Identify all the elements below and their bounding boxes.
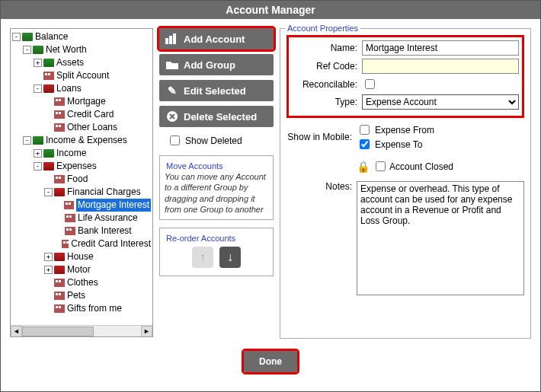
tree-item-balance[interactable]: Balance — [35, 30, 68, 43]
account-icon — [64, 201, 74, 209]
tree-item-incexp[interactable]: Income & Expenses — [46, 134, 127, 147]
tree-toggle[interactable]: + — [44, 266, 53, 274]
tree-item-ccint[interactable]: Credit Card Interest — [71, 237, 151, 250]
tree-scrollbar[interactable]: ◄ ► — [11, 325, 152, 336]
show-deleted-checkbox[interactable] — [170, 135, 180, 145]
tree-toggle[interactable]: + — [34, 149, 42, 158]
account-properties-group: Account Properties Name: Ref Code: Recon… — [280, 28, 531, 339]
type-label: Type: — [292, 97, 362, 107]
arrow-down-icon: ↓ — [227, 250, 233, 264]
add-group-button[interactable]: Add Group — [159, 54, 274, 75]
tree-item-assets[interactable]: Assets — [56, 56, 84, 69]
move-accounts-group: Move Accounts You can move any Account t… — [159, 155, 274, 220]
scroll-thumb[interactable] — [22, 327, 94, 336]
account-icon — [54, 175, 65, 183]
account-closed-checkbox[interactable] — [376, 161, 386, 171]
tree-item-pets[interactable]: Pets — [67, 289, 85, 302]
account-icon — [43, 72, 54, 80]
tree-item-gifts[interactable]: Gifts from me — [67, 302, 122, 315]
folder-icon — [165, 59, 179, 71]
tree-item-expenses[interactable]: Expenses — [56, 160, 97, 173]
tree-item-creditcard[interactable]: Credit Card — [67, 108, 114, 121]
tree-toggle[interactable]: + — [34, 59, 42, 67]
add-account-button[interactable]: Add Account — [159, 28, 274, 49]
tree-item-house[interactable]: House — [67, 250, 94, 263]
tree-toggle[interactable]: - — [23, 46, 31, 54]
tree-item-income[interactable]: Income — [56, 147, 86, 160]
tree-item-networth[interactable]: Net Worth — [46, 43, 87, 56]
add-group-label: Add Group — [184, 59, 235, 71]
reconcilable-label: Reconcilable: — [292, 79, 362, 90]
scroll-left-button[interactable]: ◄ — [11, 326, 22, 337]
move-accounts-title: Move Accounts — [165, 161, 225, 171]
account-closed-label: Account Closed — [389, 161, 453, 172]
notes-label: Notes: — [287, 181, 357, 192]
tree-item-bankint[interactable]: Bank Interest — [78, 225, 132, 237]
scroll-right-button[interactable]: ► — [141, 326, 152, 337]
tree-toggle[interactable]: - — [34, 162, 42, 171]
tree-item-lifeassur[interactable]: Life Assurance — [78, 212, 138, 225]
folder-icon — [54, 188, 65, 196]
tree-item-mortgage-interest[interactable]: Mortgage Interest — [76, 199, 151, 212]
folder-icon — [43, 59, 54, 67]
tree-toggle[interactable]: - — [23, 136, 31, 145]
tree-item-clothes[interactable]: Clothes — [67, 276, 98, 289]
folder-icon — [33, 46, 43, 54]
move-down-button[interactable]: ↓ — [219, 247, 241, 268]
name-label: Name: — [292, 43, 362, 53]
done-button[interactable]: Done — [244, 351, 297, 372]
account-icon — [65, 214, 75, 222]
arrow-up-icon: ↑ — [200, 250, 206, 264]
move-accounts-text: You can move any Account to a different … — [165, 171, 268, 215]
pencil-icon: ✎ — [165, 84, 179, 97]
expense-to-checkbox[interactable] — [360, 139, 370, 149]
reconcilable-checkbox[interactable] — [365, 79, 375, 89]
edit-selected-button[interactable]: ✎ Edit Selected — [159, 80, 274, 101]
account-manager-window: Account Manager -Balance -Net Worth +Ass… — [0, 0, 541, 392]
tree-toggle[interactable]: - — [34, 84, 42, 93]
account-icon — [54, 292, 65, 300]
tree-item-split[interactable]: Split Account — [56, 69, 109, 82]
folder-icon — [43, 162, 54, 171]
delete-selected-button[interactable]: Delete Selected — [159, 106, 274, 127]
account-icon — [54, 279, 65, 287]
tree-toggle[interactable]: + — [44, 253, 53, 261]
refcode-field[interactable] — [362, 59, 519, 74]
tree-toggle[interactable]: - — [44, 188, 53, 196]
reorder-accounts-title: Re-order Accounts — [165, 234, 237, 243]
account-icon — [62, 240, 69, 248]
add-account-icon — [165, 33, 179, 45]
account-icon — [65, 227, 75, 235]
reorder-accounts-group: Re-order Accounts ↑ ↓ — [159, 228, 274, 276]
name-field[interactable] — [362, 40, 519, 56]
folder-icon — [54, 253, 65, 261]
account-tree[interactable]: -Balance -Net Worth +Assets Split Accoun… — [10, 28, 153, 337]
type-select[interactable]: Expense Account — [362, 94, 519, 110]
move-up-button[interactable]: ↑ — [192, 247, 213, 268]
tree-item-mortgage[interactable]: Mortgage — [67, 95, 106, 108]
delete-selected-label: Delete Selected — [184, 111, 257, 123]
svg-rect-2 — [173, 33, 176, 44]
tree-item-food[interactable]: Food — [67, 173, 88, 186]
done-label: Done — [259, 356, 282, 367]
tree-toggle[interactable]: - — [12, 33, 21, 41]
account-properties-title: Account Properties — [285, 24, 360, 33]
folder-icon — [33, 136, 43, 145]
account-icon — [54, 123, 65, 132]
notes-field[interactable] — [357, 181, 524, 295]
highlighted-properties: Name: Ref Code: Reconcilable: Type: — [287, 35, 524, 118]
titlebar: Account Manager — [1, 1, 540, 19]
tree-item-fincharges[interactable]: Financial Charges — [67, 186, 141, 199]
account-icon — [54, 304, 65, 313]
expense-from-checkbox[interactable] — [360, 125, 370, 135]
tree-item-otherloans[interactable]: Other Loans — [67, 121, 117, 134]
tree-item-motor[interactable]: Motor — [67, 263, 91, 276]
show-deleted-label: Show Deleted — [185, 135, 242, 146]
tree-item-loans[interactable]: Loans — [56, 82, 82, 95]
account-icon — [54, 97, 65, 106]
svg-rect-0 — [165, 38, 168, 44]
expense-to-label: Expense To — [375, 139, 423, 150]
mobile-label: Show in Mobile: — [287, 132, 357, 142]
window-title: Account Manager — [226, 4, 315, 16]
expense-from-label: Expense From — [375, 125, 434, 135]
